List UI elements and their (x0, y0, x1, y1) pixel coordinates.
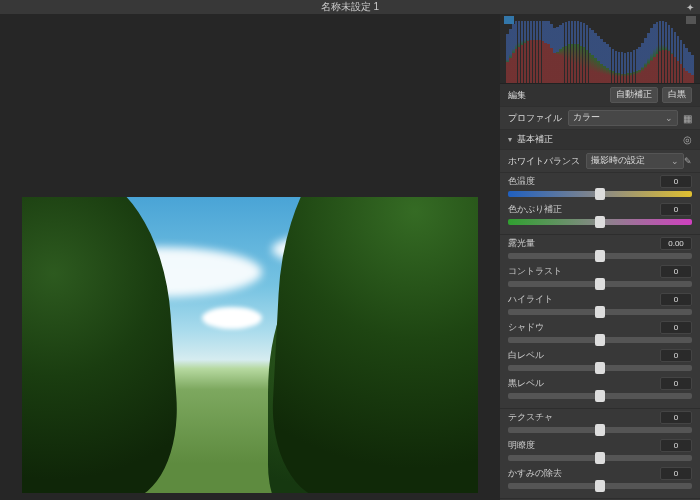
highlight-slider[interactable] (508, 309, 692, 315)
contrast-slider-row: コントラスト 0 (500, 263, 700, 291)
eyedropper-icon[interactable]: ✎ (684, 156, 692, 166)
white-slider-row: 白レベル 0 (500, 347, 700, 375)
tint-slider[interactable] (508, 219, 692, 225)
profile-row: プロファイル カラー ▦ (500, 107, 700, 130)
basic-section-header[interactable]: ▾ 基本補正 ◎ (500, 130, 700, 150)
chevron-down-icon: ▾ (508, 135, 512, 144)
chevron-down-icon (665, 113, 673, 123)
edit-header-row: 編集 自動補正 白黒 (500, 84, 700, 107)
shadow-slider-row: シャドウ 0 (500, 319, 700, 347)
clarity-value[interactable]: 0 (660, 439, 692, 452)
shadow-clip-icon[interactable] (504, 16, 514, 24)
clarity-label: 明瞭度 (508, 440, 535, 452)
contrast-label: コントラスト (508, 266, 562, 278)
gear-icon[interactable]: ✦ (686, 2, 694, 13)
texture-value[interactable]: 0 (660, 411, 692, 424)
white-value[interactable]: 0 (660, 349, 692, 362)
white-thumb[interactable] (595, 362, 605, 374)
texture-slider-row: テクスチャ 0 (500, 409, 700, 437)
exposure-value[interactable]: 0.00 (660, 237, 692, 250)
exposure-slider-row: 露光量 0.00 (500, 235, 700, 263)
highlight-thumb[interactable] (595, 306, 605, 318)
grid-icon[interactable]: ▦ (683, 113, 692, 124)
temp-slider[interactable] (508, 191, 692, 197)
contrast-slider[interactable] (508, 281, 692, 287)
profile-select[interactable]: カラー (568, 110, 678, 126)
contrast-value[interactable]: 0 (660, 265, 692, 278)
black-value[interactable]: 0 (660, 377, 692, 390)
basic-title: 基本補正 (517, 133, 553, 146)
edit-label: 編集 (508, 89, 526, 102)
eye-icon[interactable]: ◎ (683, 134, 692, 145)
shadow-label: シャドウ (508, 322, 544, 334)
clarity-slider-row: 明瞭度 0 (500, 437, 700, 465)
exposure-label: 露光量 (508, 238, 535, 250)
dehaze-slider[interactable] (508, 483, 692, 489)
image-canvas[interactable] (0, 14, 500, 500)
auto-button[interactable]: 自動補正 (610, 87, 658, 103)
dehaze-slider-row: かすみの除去 0 (500, 465, 700, 493)
profile-label: プロファイル (508, 112, 562, 125)
black-label: 黒レベル (508, 378, 544, 390)
edit-panel: 編集 自動補正 白黒 プロファイル カラー ▦ ▾ 基本補正 ◎ ホワイトバラン… (500, 14, 700, 500)
temp-slider-row: 色温度 0 (500, 173, 700, 201)
exposure-thumb[interactable] (595, 250, 605, 262)
wb-row: ホワイトバランス 撮影時の設定 ✎ (500, 150, 700, 173)
highlight-value[interactable]: 0 (660, 293, 692, 306)
texture-slider[interactable] (508, 427, 692, 433)
shadow-thumb[interactable] (595, 334, 605, 346)
contrast-thumb[interactable] (595, 278, 605, 290)
black-slider[interactable] (508, 393, 692, 399)
highlight-clip-icon[interactable] (686, 16, 696, 24)
dehaze-thumb[interactable] (595, 480, 605, 492)
temp-label: 色温度 (508, 176, 535, 188)
tint-label: 色かぶり補正 (508, 204, 562, 216)
wb-select[interactable]: 撮影時の設定 (586, 153, 684, 169)
dehaze-value[interactable]: 0 (660, 467, 692, 480)
white-label: 白レベル (508, 350, 544, 362)
black-thumb[interactable] (595, 390, 605, 402)
texture-label: テクスチャ (508, 412, 553, 424)
wb-label: ホワイトバランス (508, 155, 580, 168)
tint-thumb[interactable] (595, 216, 605, 228)
title-bar: 名称未設定 1 ✦ (0, 0, 700, 14)
clarity-slider[interactable] (508, 455, 692, 461)
tint-value[interactable]: 0 (660, 203, 692, 216)
dehaze-label: かすみの除去 (508, 468, 562, 480)
shadow-value[interactable]: 0 (660, 321, 692, 334)
temp-value[interactable]: 0 (660, 175, 692, 188)
document-title: 名称未設定 1 (321, 0, 379, 14)
bw-button[interactable]: 白黒 (662, 87, 692, 103)
histogram[interactable] (500, 14, 700, 84)
main-area: 編集 自動補正 白黒 プロファイル カラー ▦ ▾ 基本補正 ◎ ホワイトバラン… (0, 14, 700, 500)
black-slider-row: 黒レベル 0 (500, 375, 700, 403)
temp-thumb[interactable] (595, 188, 605, 200)
tint-slider-row: 色かぶり補正 0 (500, 201, 700, 229)
preview-image (22, 197, 478, 493)
clarity-thumb[interactable] (595, 452, 605, 464)
white-slider[interactable] (508, 365, 692, 371)
highlight-slider-row: ハイライト 0 (500, 291, 700, 319)
chevron-down-icon (671, 156, 679, 166)
texture-thumb[interactable] (595, 424, 605, 436)
highlight-label: ハイライト (508, 294, 553, 306)
shadow-slider[interactable] (508, 337, 692, 343)
exposure-slider[interactable] (508, 253, 692, 259)
